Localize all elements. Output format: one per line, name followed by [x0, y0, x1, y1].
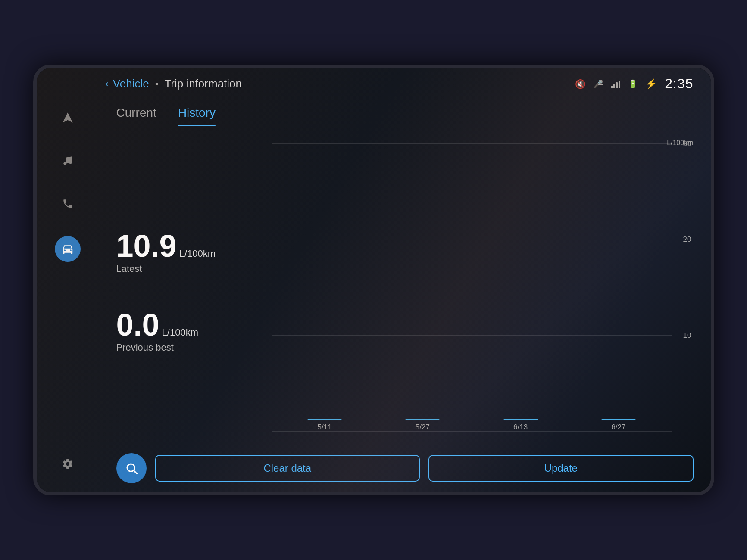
chart-container: 30 20 10 [272, 143, 672, 445]
bluetooth-icon: ⚡ [645, 78, 657, 90]
mic-muted-icon: 🎤̶ [594, 79, 603, 89]
bar-group-613: 6/13 [476, 419, 565, 432]
breadcrumb-vehicle[interactable]: Vehicle [113, 77, 149, 90]
bar-group-511: 5/11 [280, 419, 369, 432]
clear-data-button[interactable]: Clear data [155, 455, 420, 482]
chart-bars-area: 5/11 5/27 6/13 [272, 143, 672, 432]
bar-group-527: 5/27 [378, 419, 467, 432]
battery-icon: 🔋 [628, 79, 638, 89]
stat-previous-number: 0.0 [116, 309, 159, 340]
update-button[interactable]: Update [428, 455, 694, 482]
stats-panel: 10.9 L/100km Latest 0.0 L/100km Previous… [116, 139, 254, 445]
gridline-label-30: 30 [674, 140, 691, 148]
gridline-label-20: 20 [674, 235, 691, 244]
screen-bezel: ‹ Vehicle • Trip information 🔇 🎤̶ 🔋 [33, 65, 714, 495]
stat-previous-label: Previous best [116, 342, 254, 353]
tab-history[interactable]: History [178, 106, 216, 126]
stat-previous-value-row: 0.0 L/100km [116, 309, 254, 340]
stat-latest-number: 10.9 [116, 230, 177, 261]
sidebar-item-phone[interactable] [57, 193, 78, 215]
tab-bar: Current History [116, 97, 694, 126]
sidebar-item-navigation[interactable] [57, 107, 78, 128]
search-button[interactable] [116, 453, 147, 483]
bar-511 [307, 419, 342, 420]
bar-label-527: 5/27 [416, 423, 430, 432]
bar-label-613: 6/13 [513, 423, 528, 432]
bar-label-511: 5/11 [318, 423, 332, 432]
back-button[interactable]: ‹ [106, 78, 109, 90]
volume-muted-icon: 🔇 [575, 79, 586, 89]
bottom-bar: Clear data Update [116, 453, 694, 483]
signal-strength-icon [611, 80, 620, 88]
chart-panel: L/100km 30 20 [272, 139, 694, 445]
svg-line-1 [134, 471, 137, 474]
header-right: 🔇 🎤̶ 🔋 ⚡ 2:35 [575, 76, 693, 92]
bar-613 [503, 419, 538, 420]
header: ‹ Vehicle • Trip information 🔇 🎤̶ 🔋 [37, 68, 711, 97]
gridline-label-10: 10 [674, 331, 691, 340]
header-left: ‹ Vehicle • Trip information [106, 77, 242, 90]
breadcrumb-section: Trip information [164, 77, 242, 90]
bar-527 [405, 419, 440, 420]
bar-627 [601, 419, 636, 420]
stat-latest-value-row: 10.9 L/100km [116, 230, 254, 261]
bar-label-627: 6/27 [611, 423, 625, 432]
sidebar-item-music[interactable] [57, 150, 78, 171]
sidebar-item-settings[interactable] [57, 453, 78, 475]
clock-display: 2:35 [665, 76, 693, 92]
stat-latest: 10.9 L/100km Latest [116, 230, 254, 274]
sidebar-bottom-items [57, 453, 78, 475]
breadcrumb-separator: • [155, 78, 159, 90]
sidebar [37, 68, 99, 492]
main-content: Current History 10.9 L/100km Latest [99, 97, 711, 492]
stat-previous-unit: L/100km [162, 327, 198, 338]
screen: ‹ Vehicle • Trip information 🔇 🎤̶ 🔋 [37, 68, 711, 492]
tab-current[interactable]: Current [116, 106, 156, 126]
sidebar-item-vehicle[interactable] [55, 236, 81, 262]
stat-latest-unit: L/100km [179, 248, 216, 259]
stat-latest-label: Latest [116, 263, 254, 274]
stat-previous-best: 0.0 L/100km Previous best [116, 309, 254, 353]
sidebar-nav-items [55, 107, 81, 262]
bar-group-627: 6/27 [574, 419, 663, 432]
content-area: 10.9 L/100km Latest 0.0 L/100km Previous… [116, 139, 694, 445]
stat-divider [116, 292, 254, 292]
